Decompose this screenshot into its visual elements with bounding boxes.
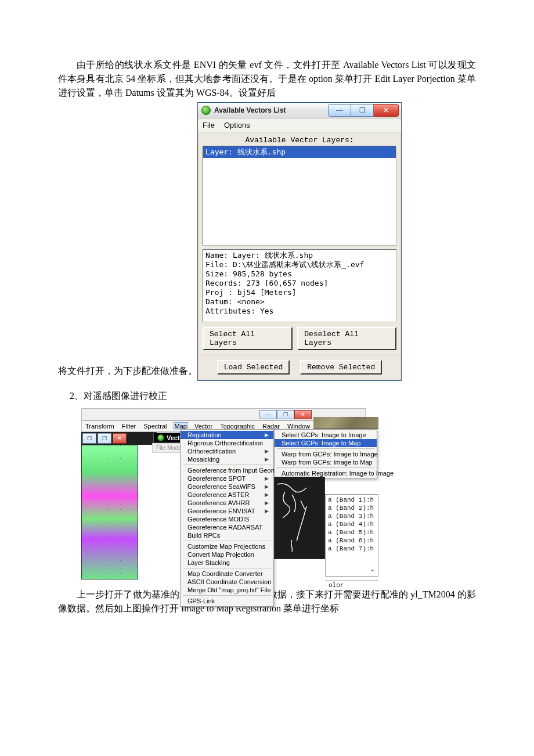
close-button[interactable]: ✕: [374, 104, 399, 117]
menu-row[interactable]: Convert Map Projection: [181, 550, 273, 559]
band-item[interactable]: a (Band 1):h: [328, 496, 374, 504]
dialog-titlebar[interactable]: Available Vectors List — ❐ ✕: [198, 103, 401, 118]
fig-maximize-icon[interactable]: ❐: [277, 410, 294, 419]
envi-icon: [201, 106, 211, 115]
menu-item-transform[interactable]: Transform: [84, 422, 116, 430]
band-item[interactable]: a (Band 3):h: [328, 512, 374, 520]
olor-label: olor: [325, 580, 378, 590]
submenu-row[interactable]: Warp from GCPs: Image to Map: [275, 458, 377, 466]
menu-row[interactable]: GPS-Link: [181, 597, 273, 605]
minimize-button[interactable]: —: [328, 104, 351, 117]
layers-listbox[interactable]: Layer: 线状水系.shp: [203, 146, 396, 246]
layer-info: Name: Layer: 线状水系.shp File: D:\林业遥感期末考试\…: [203, 249, 396, 322]
registration-submenu: Select GCPs: Image to ImageSelect GCPs: …: [274, 429, 377, 479]
menu-item-filter[interactable]: Filter: [121, 422, 137, 430]
select-all-layers-button[interactable]: Select All Layers: [203, 327, 293, 350]
vector-preview: [274, 477, 325, 559]
fig-close-icon[interactable]: ✕: [294, 410, 312, 419]
envi-dot-icon: [157, 434, 164, 441]
paragraph-1: 由于所给的线状水系文件是 ENVI 的矢量 evf 文件，文件打开至 Avail…: [58, 58, 476, 100]
dialog-title: Available Vectors List: [214, 106, 286, 114]
menu-file[interactable]: File: [203, 121, 215, 129]
menu-row[interactable]: Georeference RADARSAT: [181, 523, 273, 531]
menu-row[interactable]: Georeference SeaWiFS▶: [181, 483, 273, 491]
menu-row[interactable]: Georeference ENVISAT▶: [181, 507, 273, 515]
menu-row[interactable]: Customize Map Projections: [181, 542, 273, 550]
restore-icon[interactable]: ❐: [82, 433, 96, 444]
band-item[interactable]: a (Band 4):h: [328, 520, 374, 528]
menu-item-spectral[interactable]: Spectral: [142, 422, 168, 430]
scroll-thumbnail[interactable]: [81, 445, 138, 579]
submenu-row[interactable]: Select GCPs: Image to Map: [275, 439, 377, 447]
menu-row[interactable]: Registration▶: [181, 431, 273, 439]
menu-row[interactable]: Build RPCs: [181, 531, 273, 539]
menu-row[interactable]: Merge Old "map_proj.txt" File: [181, 586, 273, 594]
remove-selected-button[interactable]: Remove Selected: [300, 360, 382, 375]
fig-minimize-icon[interactable]: —: [259, 410, 277, 419]
menu-row[interactable]: ASCII Coordinate Conversion: [181, 578, 273, 586]
menu-row[interactable]: Mosaicking▶: [181, 455, 273, 463]
menu-row[interactable]: Rigorous Orthorectification: [181, 439, 273, 447]
maximize-button[interactable]: ❐: [351, 104, 374, 117]
layer-item-selected[interactable]: Layer: 线状水系.shp: [203, 146, 396, 158]
menu-row[interactable]: Georeference ASTER▶: [181, 491, 273, 499]
map-submenu: Registration▶Rigorous Orthorectification…: [180, 429, 274, 607]
section-heading: 2、对遥感图像进行校正: [70, 390, 476, 402]
submenu-row[interactable]: Select GCPs: Image to Image: [275, 431, 377, 439]
satellite-strip: [313, 417, 378, 429]
available-vectors-dialog: Available Vectors List — ❐ ✕ File Option…: [197, 102, 402, 381]
submenu-row[interactable]: Warp from GCPs: Image to Image: [275, 450, 377, 458]
band-list[interactable]: a (Band 1):ha (Band 2):ha (Band 3):ha (B…: [325, 494, 378, 577]
deselect-all-layers-button[interactable]: Deselect All Layers: [297, 327, 396, 350]
menu-row[interactable]: Map Coordinate Converter: [181, 570, 273, 578]
band-item[interactable]: a (Band 7):h: [328, 545, 374, 553]
menu-row[interactable]: Georeference AVHRR▶: [181, 499, 273, 507]
menu-row[interactable]: Georeference MODIS: [181, 515, 273, 523]
menu-row[interactable]: Orthorectification▶: [181, 447, 273, 455]
menu-row[interactable]: Georeference from Input Geometry▶: [181, 466, 273, 474]
load-selected-button[interactable]: Load Selected: [217, 360, 290, 375]
restore2-icon[interactable]: ❐: [98, 433, 111, 444]
submenu-row[interactable]: Automatic Registration: Image to Image: [275, 469, 377, 477]
envi-menu-figure: — ❐ ✕ TransformFilterSpectralMapVectorTo…: [81, 408, 366, 579]
menu-row[interactable]: Layer Stacking: [181, 559, 273, 567]
menu-row[interactable]: Georeference SPOT▶: [181, 474, 273, 483]
dialog-menubar: File Options: [198, 118, 401, 132]
mini-close-icon[interactable]: ✕: [113, 433, 127, 444]
layers-heading: Available Vector Layers:: [203, 136, 396, 145]
menu-options[interactable]: Options: [224, 121, 250, 129]
paragraph-tail: 将文件打开，为下步配准做准备。: [58, 365, 197, 377]
band-item[interactable]: a (Band 2):h: [328, 504, 374, 512]
band-item[interactable]: a (Band 6):h: [328, 537, 374, 545]
band-item[interactable]: a (Band 5):h: [328, 528, 374, 537]
